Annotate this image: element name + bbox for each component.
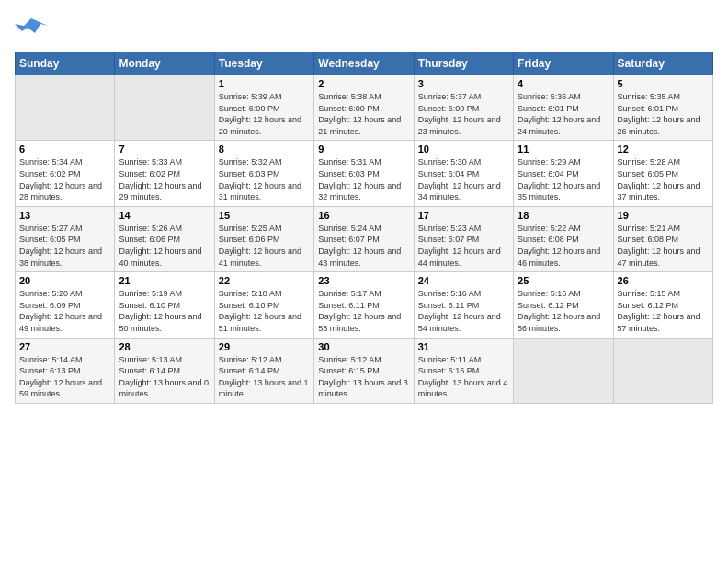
day-number: 31 <box>418 341 509 352</box>
day-info: Sunrise: 5:22 AMSunset: 6:08 PMDaylight:… <box>518 223 609 269</box>
day-number: 8 <box>219 144 310 155</box>
day-number: 27 <box>19 341 110 352</box>
day-cell: 1Sunrise: 5:39 AMSunset: 6:00 PMDaylight… <box>214 75 313 141</box>
header-cell-wednesday: Wednesday <box>314 52 414 75</box>
day-info: Sunrise: 5:33 AMSunset: 6:02 PMDaylight:… <box>119 156 210 202</box>
day-cell: 29Sunrise: 5:12 AMSunset: 6:14 PMDayligh… <box>214 338 313 403</box>
day-cell: 18Sunrise: 5:22 AMSunset: 6:08 PMDayligh… <box>514 206 613 271</box>
day-number: 24 <box>418 275 509 286</box>
page-header <box>15 15 713 42</box>
day-cell: 25Sunrise: 5:16 AMSunset: 6:12 PMDayligh… <box>514 272 613 338</box>
day-cell: 22Sunrise: 5:18 AMSunset: 6:10 PMDayligh… <box>214 272 313 338</box>
day-info: Sunrise: 5:20 AMSunset: 6:09 PMDaylight:… <box>19 288 110 334</box>
day-info: Sunrise: 5:38 AMSunset: 6:00 PMDaylight:… <box>318 91 409 137</box>
day-cell: 28Sunrise: 5:13 AMSunset: 6:14 PMDayligh… <box>115 338 214 403</box>
header-cell-thursday: Thursday <box>414 52 513 75</box>
day-number: 2 <box>318 78 409 89</box>
day-number: 9 <box>318 144 409 155</box>
day-info: Sunrise: 5:32 AMSunset: 6:03 PMDaylight:… <box>219 156 310 202</box>
week-row-1: 1Sunrise: 5:39 AMSunset: 6:00 PMDaylight… <box>16 75 713 141</box>
header-row: SundayMondayTuesdayWednesdayThursdayFrid… <box>16 52 713 75</box>
day-cell: 12Sunrise: 5:28 AMSunset: 6:05 PMDayligh… <box>613 141 712 206</box>
day-cell: 24Sunrise: 5:16 AMSunset: 6:11 PMDayligh… <box>414 272 513 338</box>
day-cell: 23Sunrise: 5:17 AMSunset: 6:11 PMDayligh… <box>314 272 414 338</box>
day-cell: 2Sunrise: 5:38 AMSunset: 6:00 PMDaylight… <box>314 75 414 141</box>
day-number: 15 <box>219 210 310 221</box>
day-number: 22 <box>219 275 310 286</box>
day-number: 25 <box>518 275 609 286</box>
day-cell: 6Sunrise: 5:34 AMSunset: 6:02 PMDaylight… <box>16 141 115 206</box>
day-number: 6 <box>19 144 110 155</box>
day-cell: 3Sunrise: 5:37 AMSunset: 6:00 PMDaylight… <box>414 75 513 141</box>
day-number: 7 <box>119 144 210 155</box>
day-info: Sunrise: 5:24 AMSunset: 6:07 PMDaylight:… <box>318 223 409 269</box>
day-info: Sunrise: 5:12 AMSunset: 6:15 PMDaylight:… <box>318 354 409 400</box>
day-number: 10 <box>418 144 509 155</box>
calendar-table: SundayMondayTuesdayWednesdayThursdayFrid… <box>15 52 713 404</box>
day-info: Sunrise: 5:29 AMSunset: 6:04 PMDaylight:… <box>518 156 609 202</box>
day-number: 11 <box>518 144 609 155</box>
logo <box>15 15 51 42</box>
week-row-3: 13Sunrise: 5:27 AMSunset: 6:05 PMDayligh… <box>16 206 713 271</box>
day-info: Sunrise: 5:37 AMSunset: 6:00 PMDaylight:… <box>418 91 509 137</box>
day-number: 14 <box>119 210 210 221</box>
day-number: 18 <box>518 210 609 221</box>
day-info: Sunrise: 5:11 AMSunset: 6:16 PMDaylight:… <box>418 354 509 400</box>
day-cell: 4Sunrise: 5:36 AMSunset: 6:01 PMDaylight… <box>514 75 613 141</box>
day-cell: 15Sunrise: 5:25 AMSunset: 6:06 PMDayligh… <box>214 206 313 271</box>
week-row-2: 6Sunrise: 5:34 AMSunset: 6:02 PMDaylight… <box>16 141 713 206</box>
logo-icon <box>15 15 48 42</box>
day-info: Sunrise: 5:39 AMSunset: 6:00 PMDaylight:… <box>219 91 310 137</box>
day-cell: 14Sunrise: 5:26 AMSunset: 6:06 PMDayligh… <box>115 206 214 271</box>
day-number: 5 <box>618 78 709 89</box>
day-info: Sunrise: 5:14 AMSunset: 6:13 PMDaylight:… <box>19 354 110 400</box>
day-number: 28 <box>119 341 210 352</box>
day-number: 13 <box>19 210 110 221</box>
day-number: 12 <box>618 144 709 155</box>
day-cell: 26Sunrise: 5:15 AMSunset: 6:12 PMDayligh… <box>613 272 712 338</box>
day-cell: 16Sunrise: 5:24 AMSunset: 6:07 PMDayligh… <box>314 206 414 271</box>
day-number: 29 <box>219 341 310 352</box>
day-number: 19 <box>618 210 709 221</box>
day-info: Sunrise: 5:17 AMSunset: 6:11 PMDaylight:… <box>318 288 409 334</box>
day-info: Sunrise: 5:28 AMSunset: 6:05 PMDaylight:… <box>618 156 709 202</box>
day-cell: 5Sunrise: 5:35 AMSunset: 6:01 PMDaylight… <box>613 75 712 141</box>
day-info: Sunrise: 5:34 AMSunset: 6:02 PMDaylight:… <box>19 156 110 202</box>
day-cell: 30Sunrise: 5:12 AMSunset: 6:15 PMDayligh… <box>314 338 414 403</box>
svg-marker-0 <box>15 18 48 33</box>
day-info: Sunrise: 5:26 AMSunset: 6:06 PMDaylight:… <box>119 223 210 269</box>
day-info: Sunrise: 5:25 AMSunset: 6:06 PMDaylight:… <box>219 223 310 269</box>
day-cell: 27Sunrise: 5:14 AMSunset: 6:13 PMDayligh… <box>16 338 115 403</box>
day-number: 4 <box>518 78 609 89</box>
week-row-5: 27Sunrise: 5:14 AMSunset: 6:13 PMDayligh… <box>16 338 713 403</box>
day-number: 30 <box>318 341 409 352</box>
day-info: Sunrise: 5:13 AMSunset: 6:14 PMDaylight:… <box>119 354 210 400</box>
week-row-4: 20Sunrise: 5:20 AMSunset: 6:09 PMDayligh… <box>16 272 713 338</box>
header-cell-monday: Monday <box>115 52 214 75</box>
header-cell-saturday: Saturday <box>613 52 712 75</box>
day-number: 20 <box>19 275 110 286</box>
day-number: 1 <box>219 78 310 89</box>
day-info: Sunrise: 5:15 AMSunset: 6:12 PMDaylight:… <box>618 288 709 334</box>
day-cell: 19Sunrise: 5:21 AMSunset: 6:08 PMDayligh… <box>613 206 712 271</box>
day-cell: 8Sunrise: 5:32 AMSunset: 6:03 PMDaylight… <box>214 141 313 206</box>
day-cell <box>115 75 214 141</box>
day-info: Sunrise: 5:30 AMSunset: 6:04 PMDaylight:… <box>418 156 509 202</box>
day-cell <box>613 338 712 403</box>
header-cell-friday: Friday <box>514 52 613 75</box>
day-info: Sunrise: 5:23 AMSunset: 6:07 PMDaylight:… <box>418 223 509 269</box>
calendar-header: SundayMondayTuesdayWednesdayThursdayFrid… <box>16 52 713 75</box>
day-info: Sunrise: 5:16 AMSunset: 6:12 PMDaylight:… <box>518 288 609 334</box>
day-cell: 7Sunrise: 5:33 AMSunset: 6:02 PMDaylight… <box>115 141 214 206</box>
day-cell: 31Sunrise: 5:11 AMSunset: 6:16 PMDayligh… <box>414 338 513 403</box>
day-info: Sunrise: 5:12 AMSunset: 6:14 PMDaylight:… <box>219 354 310 400</box>
day-number: 16 <box>318 210 409 221</box>
day-info: Sunrise: 5:31 AMSunset: 6:03 PMDaylight:… <box>318 156 409 202</box>
day-number: 17 <box>418 210 509 221</box>
day-cell: 20Sunrise: 5:20 AMSunset: 6:09 PMDayligh… <box>16 272 115 338</box>
day-info: Sunrise: 5:36 AMSunset: 6:01 PMDaylight:… <box>518 91 609 137</box>
day-info: Sunrise: 5:19 AMSunset: 6:10 PMDaylight:… <box>119 288 210 334</box>
day-cell: 17Sunrise: 5:23 AMSunset: 6:07 PMDayligh… <box>414 206 513 271</box>
day-number: 23 <box>318 275 409 286</box>
day-cell: 11Sunrise: 5:29 AMSunset: 6:04 PMDayligh… <box>514 141 613 206</box>
